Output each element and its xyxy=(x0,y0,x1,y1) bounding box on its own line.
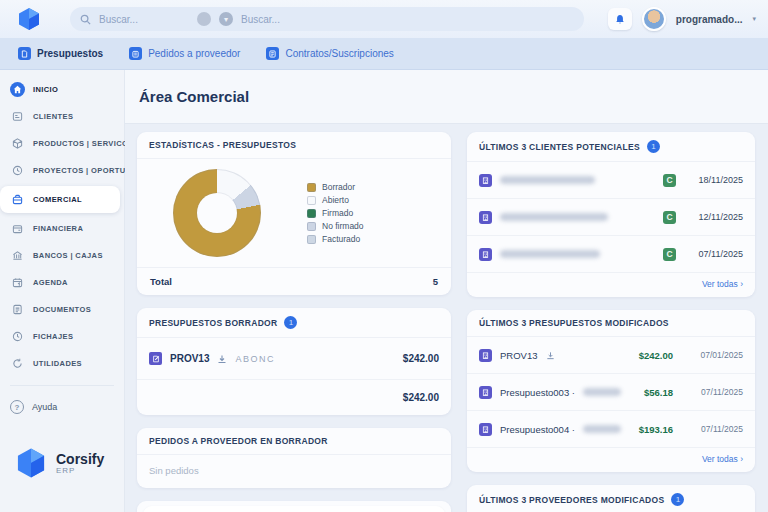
sidebar-item-bancos-cajas[interactable]: BANCOS | CAJAS xyxy=(0,242,124,269)
top-bar: ▾ programado... ▾ xyxy=(0,0,768,38)
presupuesto-mod-row[interactable]: Presupuesto003 · $56.18 07/11/2025 xyxy=(467,374,755,411)
search-icon xyxy=(80,14,91,25)
legend-label: No firmado xyxy=(322,221,364,231)
sidebar-item-clientes[interactable]: CLIENTES xyxy=(0,103,124,130)
tab-label: Presupuestos xyxy=(37,48,103,59)
cliente-row[interactable]: C 18/11/2025 xyxy=(467,162,755,199)
brand-name: Corsify xyxy=(56,452,104,466)
search-dropdown-button[interactable]: ▾ xyxy=(219,12,233,26)
bell-icon xyxy=(615,14,625,25)
document-icon xyxy=(18,47,31,60)
sidebar-item-utilidades[interactable]: UTILIDADES xyxy=(0,350,124,377)
chart-legend: Borrador Abierto Firmado No firmado Fact… xyxy=(307,182,364,244)
sidebar-item-ayuda[interactable]: ? Ayuda xyxy=(0,394,124,420)
sidebar-item-label: UTILIDADES xyxy=(33,359,82,368)
clipboard-icon xyxy=(129,47,142,60)
legend-item: Facturado xyxy=(307,234,364,244)
question-icon: ? xyxy=(10,400,24,414)
tab-pedidos-proveedor[interactable]: Pedidos a proveedor xyxy=(129,47,240,60)
sidebar-item-productos-servicios[interactable]: PRODUCTOS | SERVICOS xyxy=(0,130,124,157)
sidebar-item-label: PRODUCTOS | SERVICOS xyxy=(33,139,134,148)
legend-swatch xyxy=(307,235,316,244)
sidebar-item-label: FINANCIERA xyxy=(33,224,83,233)
presupuesto-amount: $193.16 xyxy=(639,424,673,435)
donut-hole xyxy=(197,193,237,233)
sidebar-item-comercial[interactable]: COMERCIAL xyxy=(0,186,120,213)
client-name-blurred xyxy=(583,425,621,433)
count-badge: 1 xyxy=(647,140,660,153)
presupuesto-code[interactable]: PROV13 xyxy=(170,353,209,364)
search-filter-button[interactable] xyxy=(197,12,211,26)
sidebar-item-label: INICIO xyxy=(33,85,58,94)
ver-todas-link[interactable]: Ver todas › xyxy=(702,279,743,289)
document-icon xyxy=(10,302,25,317)
cube-icon xyxy=(10,136,25,151)
sidebar-item-documentos[interactable]: DOCUMENTOS xyxy=(0,296,124,323)
card-ultimos-presupuestos-modificados: ÚLTIMOS 3 PRESUPUESTOS MODIFICADOS PROV1… xyxy=(467,310,755,472)
row-date: 07/11/2025 xyxy=(681,387,743,397)
row-date: 12/11/2025 xyxy=(699,212,743,222)
presupuesto-mod-row[interactable]: Presupuesto004 · $193.16 07/11/2025 xyxy=(467,411,755,448)
sidebar-item-agenda[interactable]: AGENDA xyxy=(0,269,124,296)
card-estadisticas-presupuestos: ESTADÍSTICAS - PRESUPUESTOS Borrador Abi… xyxy=(137,132,451,295)
refresh-icon xyxy=(10,356,25,371)
user-name[interactable]: programado... xyxy=(676,14,743,25)
legend-label: Borrador xyxy=(322,182,355,192)
ver-todas-link[interactable]: Ver todas › xyxy=(702,454,743,464)
sidebar-item-inicio[interactable]: INICIO xyxy=(0,76,124,103)
cliente-row[interactable]: C 12/11/2025 xyxy=(467,199,755,236)
client-name-blurred xyxy=(500,176,595,184)
chevron-down-icon[interactable]: ▾ xyxy=(752,15,756,23)
building-icon xyxy=(479,211,492,224)
presupuestos-total: $242.00 xyxy=(403,392,439,403)
tab-label: Pedidos a proveedor xyxy=(148,48,240,59)
card-title: ESTADÍSTICAS - PRESUPUESTOS xyxy=(149,140,296,150)
sidebar-item-label: AGENDA xyxy=(33,278,68,287)
sidebar-item-proyectos-oportunidades[interactable]: PROYECTOS | OPORTUN xyxy=(0,157,124,184)
presupuesto-row[interactable]: PROV13 ABONC $242.00 xyxy=(137,338,451,380)
legend-label: Abierto xyxy=(322,195,349,205)
wallet-icon xyxy=(10,221,25,236)
tab-contratos-suscripciones[interactable]: Contratos/Suscripciones xyxy=(266,47,393,60)
card-title: ÚLTIMOS 3 PRESUPUESTOS MODIFICADOS xyxy=(479,318,669,328)
presupuesto-name[interactable]: PROV13 xyxy=(500,350,538,361)
bank-icon xyxy=(10,248,25,263)
search-input[interactable] xyxy=(99,14,189,25)
tab-label: Contratos/Suscripciones xyxy=(285,48,393,59)
secondary-search-input[interactable] xyxy=(241,14,574,25)
download-icon[interactable] xyxy=(217,354,227,364)
page-title: Área Comercial xyxy=(139,88,249,105)
row-date: 07/11/2025 xyxy=(699,249,743,259)
client-name-blurred xyxy=(500,250,600,258)
presupuesto-mod-row[interactable]: PROV13 $242.00 07/01/2025 xyxy=(467,337,755,374)
sidebar-item-label: PROYECTOS | OPORTUN xyxy=(33,166,131,175)
client-type-badge: C xyxy=(663,174,676,187)
notifications-button[interactable] xyxy=(608,8,632,30)
client-name-blurred xyxy=(500,213,608,221)
card-title: PEDIDOS A PROVEEDOR EN BORRADOR xyxy=(149,436,328,446)
building-icon xyxy=(479,174,492,187)
tab-presupuestos[interactable]: Presupuestos xyxy=(18,47,103,60)
presupuesto-name[interactable]: Presupuesto004 · xyxy=(500,424,575,435)
presupuesto-amount: $242.00 xyxy=(639,350,673,361)
cliente-row[interactable]: C 07/11/2025 xyxy=(467,236,755,273)
building-icon xyxy=(479,248,492,261)
sidebar-item-financiera[interactable]: FINANCIERA xyxy=(0,215,124,242)
page-header: Área Comercial xyxy=(125,70,768,124)
clock-arrow-icon xyxy=(10,163,25,178)
download-icon[interactable] xyxy=(546,351,555,360)
sidebar-item-label: FICHAJES xyxy=(33,332,73,341)
presupuesto-ref: ABONC xyxy=(235,354,275,364)
client-name-blurred xyxy=(583,388,621,396)
sidebar-item-fichajes[interactable]: FICHAJES xyxy=(0,323,124,350)
user-avatar[interactable] xyxy=(642,7,666,31)
client-type-badge: C xyxy=(663,211,676,224)
card-pedidos-proveedor-borrador-2: PEDIDOS A PROVEEDOR EN BORRADOR Sin pedi… xyxy=(137,501,451,512)
legend-swatch xyxy=(307,196,316,205)
contract-icon xyxy=(266,47,279,60)
legend-swatch xyxy=(307,183,316,192)
presupuesto-amount: $56.18 xyxy=(644,387,673,398)
card-pedidos-proveedor-borrador-1: PEDIDOS A PROVEEDOR EN BORRADOR Sin pedi… xyxy=(137,428,451,488)
card-ultimos-clientes-potenciales: ÚLTIMOS 3 CLIENTES POTENCIALES 1 C 18/11… xyxy=(467,132,755,297)
presupuesto-name[interactable]: Presupuesto003 · xyxy=(500,387,575,398)
